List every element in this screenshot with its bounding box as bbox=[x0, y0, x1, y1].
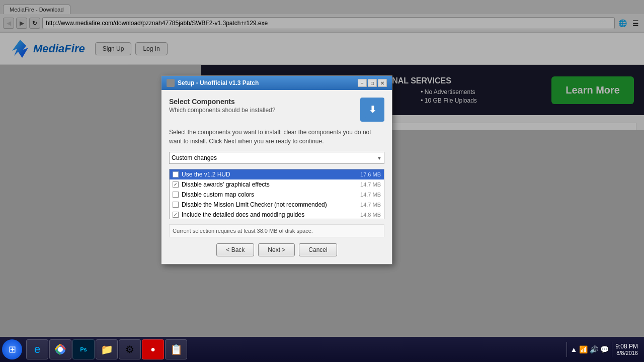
taskbar-app-ie[interactable]: e bbox=[26, 339, 48, 359]
dialog-heading: Select Components bbox=[169, 98, 275, 106]
taskbar-time-display: 9:08 PM bbox=[615, 343, 638, 350]
taskbar-app-chrome[interactable] bbox=[49, 339, 71, 359]
next-button[interactable]: Next > bbox=[258, 243, 295, 256]
svg-text:⬇: ⬇ bbox=[369, 105, 376, 115]
component-size: 14.7 MB bbox=[360, 182, 381, 188]
close-button[interactable]: ✕ bbox=[378, 79, 387, 87]
component-item[interactable]: Include the detailed docs and modding gu… bbox=[170, 210, 384, 219]
dialog-overlay: Setup - Unofficial v1.3 Patch − □ ✕ Sele… bbox=[0, 0, 644, 362]
taskbar-clock[interactable]: 9:08 PM 8/8/2016 bbox=[615, 343, 638, 356]
component-label: Disable awards' graphical effects bbox=[182, 181, 360, 188]
windows-icon: ⊞ bbox=[9, 344, 16, 355]
component-size: 14.7 MB bbox=[360, 192, 381, 198]
taskbar: ⊞ e Ps 📁 ⚙ ● 📋 ▲ 📶 🔊 💬 9:08 PM 8/8/2016 bbox=[0, 337, 644, 362]
components-dropdown[interactable]: Custom changes ▼ bbox=[169, 152, 384, 164]
dialog-body: Select Components Which components shoul… bbox=[162, 90, 392, 264]
cancel-button[interactable]: Cancel bbox=[299, 243, 337, 256]
component-checkbox bbox=[173, 182, 179, 188]
taskbar-divider bbox=[567, 342, 567, 357]
taskbar-network-icon[interactable]: 📶 bbox=[579, 345, 588, 353]
taskbar-app-settings[interactable]: ⚙ bbox=[119, 339, 141, 359]
maximize-button[interactable]: □ bbox=[368, 79, 377, 87]
back-button[interactable]: < Back bbox=[216, 243, 254, 256]
dropdown-arrow-icon: ▼ bbox=[377, 155, 382, 161]
component-label: Use the v1.2 HUD bbox=[182, 171, 360, 178]
dropdown-value: Custom changes bbox=[172, 154, 217, 161]
installer-icon: ⬇ bbox=[360, 98, 384, 122]
disk-space-info: Current selection requires at least 38.0… bbox=[169, 224, 384, 237]
setup-dialog: Setup - Unofficial v1.3 Patch − □ ✕ Sele… bbox=[161, 75, 392, 264]
minimize-button[interactable]: − bbox=[358, 79, 367, 87]
component-checkbox bbox=[173, 171, 179, 177]
components-list: Use the v1.2 HUD17.6 MBDisable awards' g… bbox=[169, 169, 384, 219]
dialog-titlebar: Setup - Unofficial v1.3 Patch − □ ✕ bbox=[162, 76, 392, 90]
component-item[interactable]: Disable awards' graphical effects14.7 MB bbox=[170, 179, 384, 190]
dialog-header: Select Components Which components shoul… bbox=[169, 98, 384, 122]
component-label: Disable the Mission Limit Checker (not r… bbox=[182, 201, 360, 208]
dialog-description: Select the components you want to instal… bbox=[169, 128, 384, 146]
component-item[interactable]: Use the v1.2 HUD17.6 MB bbox=[170, 169, 384, 179]
component-label: Include the detailed docs and modding gu… bbox=[182, 211, 360, 218]
component-size: 14.8 MB bbox=[360, 212, 381, 218]
dialog-title: Setup - Unofficial v1.3 Patch bbox=[167, 79, 259, 87]
component-size: 14.7 MB bbox=[360, 202, 381, 208]
component-checkbox bbox=[173, 202, 179, 208]
taskbar-apps: e Ps 📁 ⚙ ● 📋 bbox=[26, 339, 187, 359]
component-size: 17.6 MB bbox=[360, 171, 381, 177]
taskbar-divider-2 bbox=[612, 342, 612, 357]
dialog-header-text: Select Components Which components shoul… bbox=[169, 98, 275, 114]
installer-svg: ⬇ bbox=[364, 102, 380, 118]
taskbar-app-photoshop[interactable]: Ps bbox=[72, 339, 95, 359]
taskbar-date-display: 8/8/2016 bbox=[615, 350, 638, 356]
component-checkbox bbox=[173, 212, 179, 218]
dialog-controls: − □ ✕ bbox=[358, 79, 387, 87]
component-checkbox bbox=[173, 192, 179, 198]
taskbar-volume-icon[interactable]: 🔊 bbox=[590, 345, 598, 353]
component-label: Disable custom map colors bbox=[182, 191, 360, 198]
taskbar-app-media[interactable]: ● bbox=[142, 339, 164, 359]
component-item[interactable]: Disable custom map colors14.7 MB bbox=[170, 190, 384, 200]
dialog-subheading: Which components should be installed? bbox=[169, 107, 275, 114]
taskbar-system-icons: ▲ 📶 🔊 💬 bbox=[570, 345, 609, 353]
taskbar-chevron-icon[interactable]: ▲ bbox=[570, 345, 577, 353]
start-button[interactable]: ⊞ bbox=[2, 339, 22, 359]
dropdown-row: Custom changes ▼ bbox=[169, 152, 384, 164]
dialog-buttons: < Back Next > Cancel bbox=[169, 243, 384, 256]
setup-icon bbox=[167, 79, 175, 87]
taskbar-app-extra[interactable]: 📋 bbox=[165, 339, 187, 359]
taskbar-right: ▲ 📶 🔊 💬 9:08 PM 8/8/2016 bbox=[567, 342, 642, 357]
component-item[interactable]: Disable the Mission Limit Checker (not r… bbox=[170, 200, 384, 210]
taskbar-notification-icon[interactable]: 💬 bbox=[600, 345, 609, 353]
svg-point-5 bbox=[58, 347, 63, 352]
dialog-title-label: Setup - Unofficial v1.3 Patch bbox=[178, 79, 259, 86]
taskbar-app-explorer[interactable]: 📁 bbox=[96, 339, 118, 359]
